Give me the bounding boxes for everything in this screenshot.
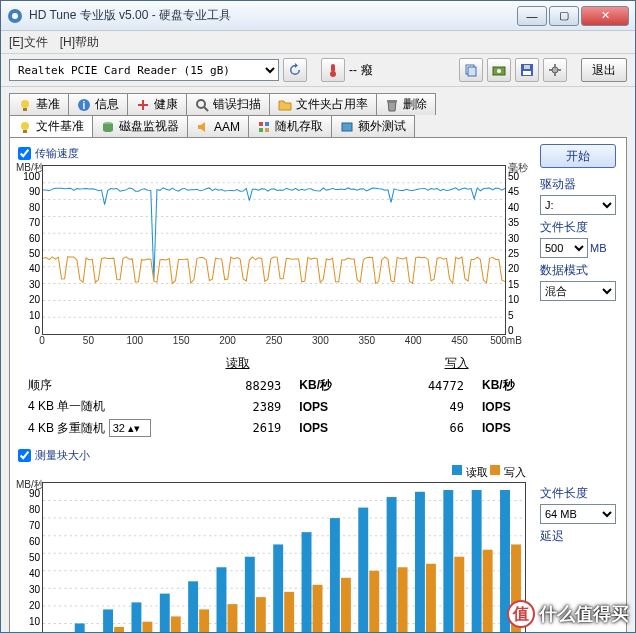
info-icon: i — [77, 98, 91, 112]
watermark-icon: 值 — [507, 600, 535, 628]
blocksize-checkbox-row: 测量块大小 — [18, 448, 526, 463]
temperature-button[interactable] — [321, 58, 345, 82]
save-button[interactable] — [515, 58, 539, 82]
chart2-legend: 读取 写入 — [18, 465, 526, 480]
svg-rect-79 — [454, 557, 464, 633]
delay-label: 延迟 — [540, 528, 620, 545]
drive-label: 驱动器 — [540, 176, 620, 193]
svg-rect-29 — [265, 128, 269, 132]
folder-icon — [278, 98, 292, 112]
svg-rect-80 — [483, 550, 493, 633]
svg-rect-53 — [188, 581, 198, 633]
tab-错误扫描[interactable]: 错误扫描 — [186, 93, 270, 115]
transfer-speed-checkbox[interactable] — [18, 147, 31, 160]
blocksize-chart — [42, 482, 526, 633]
temperature-value: -- — [349, 63, 357, 77]
svg-rect-30 — [342, 123, 352, 131]
blocksize-checkbox[interactable] — [18, 449, 31, 462]
svg-rect-57 — [302, 532, 312, 633]
svg-rect-58 — [330, 518, 340, 633]
trash-icon — [385, 98, 399, 112]
svg-rect-54 — [217, 567, 227, 633]
tab-随机存取[interactable]: 随机存取 — [248, 115, 332, 137]
app-icon — [7, 8, 23, 24]
screenshot-button[interactable] — [487, 58, 511, 82]
menu-help[interactable]: [H]帮助 — [60, 34, 99, 51]
menu-file[interactable]: [E]文件 — [9, 34, 48, 51]
temperature-unit: 癈 — [361, 62, 373, 79]
svg-point-13 — [552, 67, 558, 73]
svg-point-7 — [497, 69, 501, 73]
device-select[interactable]: Realtek PCIE Card Reader (15 gB) — [9, 59, 279, 81]
svg-rect-68 — [142, 622, 152, 633]
search-icon — [195, 98, 209, 112]
bulb-icon — [18, 98, 32, 112]
svg-point-1 — [12, 13, 18, 19]
transfer-speed-label: 传输速度 — [35, 146, 79, 161]
gear-icon — [548, 63, 562, 77]
svg-rect-76 — [369, 571, 379, 633]
svg-rect-70 — [199, 609, 209, 633]
tab-基准[interactable]: 基准 — [9, 93, 69, 115]
svg-rect-72 — [256, 597, 266, 633]
tab-文件基准[interactable]: 文件基准 — [9, 115, 93, 137]
tab-健康[interactable]: 健康 — [127, 93, 187, 115]
results-table: 顺序88293KB/秒44772KB/秒4 KB 单一随机2389IOPS49I… — [18, 374, 526, 440]
svg-line-21 — [204, 107, 208, 111]
svg-rect-28 — [259, 128, 263, 132]
filelen-unit: MB — [590, 242, 607, 254]
settings-button[interactable] — [543, 58, 567, 82]
svg-rect-27 — [265, 122, 269, 126]
svg-rect-22 — [387, 100, 397, 102]
watermark-text: 什么值得买 — [539, 602, 629, 626]
content-panel: 传输速度 MB/秒 毫秒 1009080706050403020100 5045… — [9, 137, 627, 633]
tab-删除[interactable]: 删除 — [376, 93, 436, 115]
drive-select[interactable]: J: — [540, 195, 616, 215]
camera-icon — [492, 63, 506, 77]
title-bar[interactable]: HD Tune 专业版 v5.00 - 硬盘专业工具 — ▢ ✕ — [1, 1, 635, 31]
tab-信息[interactable]: i信息 — [68, 93, 128, 115]
tab-AAM[interactable]: AAM — [187, 115, 249, 137]
start-button[interactable]: 开始 — [540, 144, 616, 168]
svg-rect-78 — [426, 564, 436, 633]
svg-rect-15 — [23, 108, 27, 111]
svg-rect-52 — [160, 594, 170, 633]
minimize-button[interactable]: — — [517, 6, 547, 26]
bulb-icon — [18, 120, 32, 134]
maximize-button[interactable]: ▢ — [549, 6, 579, 26]
svg-rect-75 — [341, 578, 351, 633]
datamode-select[interactable]: 混合 — [540, 281, 616, 301]
random-icon — [257, 120, 271, 134]
side-pane: 开始 驱动器 J: 文件长度 500 MB 数据模式 混合 文件长度 64 MB… — [534, 138, 626, 633]
svg-rect-2 — [331, 64, 335, 72]
svg-rect-63 — [472, 490, 482, 633]
blocksize-label: 测量块大小 — [35, 448, 90, 463]
filelen2-select[interactable]: 64 MB — [540, 504, 616, 524]
svg-point-20 — [197, 100, 205, 108]
filelen2-label: 文件长度 — [540, 485, 620, 502]
svg-rect-9 — [523, 71, 531, 75]
svg-point-14 — [21, 100, 29, 108]
legend-read: 读取 — [466, 465, 488, 480]
legend-write: 写入 — [504, 465, 526, 480]
window-title: HD Tune 专业版 v5.00 - 硬盘专业工具 — [29, 7, 517, 24]
svg-rect-5 — [468, 67, 476, 76]
tab-额外测试[interactable]: 额外测试 — [331, 115, 415, 137]
thread-count-spinner[interactable]: 32 ▴▾ — [109, 419, 151, 437]
refresh-button[interactable] — [283, 58, 307, 82]
svg-rect-50 — [103, 609, 113, 633]
copy-button[interactable] — [459, 58, 483, 82]
tab-磁盘监视器[interactable]: 磁盘监视器 — [92, 115, 188, 137]
watermark: 值 什么值得买 — [507, 600, 629, 628]
exit-button[interactable]: 退出 — [581, 58, 627, 82]
datamode-label: 数据模式 — [540, 262, 620, 279]
close-button[interactable]: ✕ — [581, 6, 629, 26]
svg-rect-62 — [443, 490, 453, 633]
tabs-area: 基准i信息健康错误扫描文件夹占用率删除 文件基准磁盘监视器AAM随机存取额外测试 — [1, 87, 635, 137]
tab-文件夹占用率[interactable]: 文件夹占用率 — [269, 93, 377, 115]
filelen-select[interactable]: 500 — [540, 238, 588, 258]
table-row: 4 KB 单一随机2389IOPS49IOPS — [20, 397, 524, 416]
filelen-label: 文件长度 — [540, 219, 620, 236]
menu-bar: [E]文件 [H]帮助 — [1, 31, 635, 53]
svg-rect-74 — [313, 585, 323, 633]
